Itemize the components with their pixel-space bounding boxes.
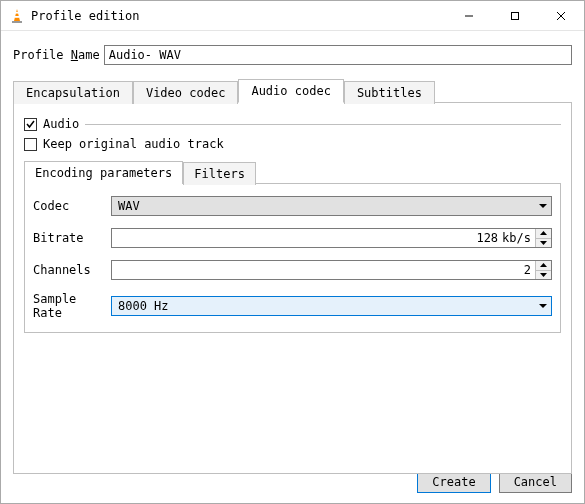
- chevron-down-icon: [534, 297, 551, 315]
- main-tabstrip: Encapsulation Video codec Audio codec Su…: [13, 79, 572, 103]
- samplerate-combo[interactable]: 8000 Hz: [111, 296, 552, 316]
- audio-checkbox[interactable]: [24, 118, 37, 131]
- svg-rect-5: [512, 12, 519, 19]
- inner-tabstrip: Encoding parameters Filters: [24, 161, 561, 184]
- svg-marker-9: [540, 231, 547, 235]
- channels-value: 2: [112, 261, 535, 279]
- svg-marker-8: [539, 204, 547, 208]
- keep-original-label: Keep original audio track: [43, 137, 224, 151]
- bitrate-row: Bitrate 128 kb/s: [33, 228, 552, 248]
- divider: [85, 124, 561, 125]
- bitrate-down-button[interactable]: [536, 239, 551, 248]
- dialog-buttons: Create Cancel: [417, 471, 572, 493]
- svg-marker-11: [540, 263, 547, 267]
- tab-audio-codec[interactable]: Audio codec: [238, 79, 343, 103]
- channels-spinner[interactable]: 2: [111, 260, 552, 280]
- audio-checkbox-label: Audio: [43, 117, 79, 131]
- chevron-down-icon: [540, 241, 547, 245]
- main-tabs: Encapsulation Video codec Audio codec Su…: [13, 79, 572, 474]
- content-area: Profile Name Encapsulation Video codec A…: [1, 31, 584, 503]
- codec-combo[interactable]: WAV: [111, 196, 552, 216]
- main-tabpanel: Audio Keep original audio track Encoding…: [13, 102, 572, 474]
- profile-name-input[interactable]: [104, 45, 572, 65]
- samplerate-label: Sample Rate: [33, 292, 111, 320]
- chevron-down-icon: [540, 273, 547, 277]
- svg-marker-13: [539, 304, 547, 308]
- codec-value: WAV: [118, 199, 534, 213]
- svg-marker-10: [540, 241, 547, 245]
- audio-checkbox-row: Audio: [24, 117, 561, 131]
- chevron-up-icon: [540, 263, 547, 267]
- channels-spin-buttons: [535, 261, 551, 279]
- titlebar: Profile edition: [1, 1, 584, 31]
- bitrate-value: 128: [112, 229, 502, 247]
- cancel-button[interactable]: Cancel: [499, 471, 572, 493]
- chevron-up-icon: [540, 231, 547, 235]
- bitrate-spin-buttons: [535, 229, 551, 247]
- inner-tabpanel: Codec WAV Bitrate 128 kb/s: [24, 183, 561, 333]
- svg-marker-12: [540, 273, 547, 277]
- channels-label: Channels: [33, 263, 111, 277]
- inner-tabs: Encoding parameters Filters Codec WAV: [24, 161, 561, 333]
- samplerate-value: 8000 Hz: [118, 299, 534, 313]
- minimize-button[interactable]: [446, 1, 492, 30]
- window-title: Profile edition: [31, 9, 139, 23]
- close-button[interactable]: [538, 1, 584, 30]
- profile-name-label: Profile Name: [13, 48, 100, 62]
- bitrate-up-button[interactable]: [536, 229, 551, 239]
- check-icon: [25, 119, 36, 130]
- svg-marker-0: [14, 9, 20, 21]
- channels-down-button[interactable]: [536, 271, 551, 280]
- codec-label: Codec: [33, 199, 111, 213]
- samplerate-row: Sample Rate 8000 Hz: [33, 292, 552, 320]
- keep-original-checkbox[interactable]: [24, 138, 37, 151]
- codec-row: Codec WAV: [33, 196, 552, 216]
- window-controls: [446, 1, 584, 30]
- create-button[interactable]: Create: [417, 471, 490, 493]
- tab-encapsulation[interactable]: Encapsulation: [13, 81, 133, 104]
- vlc-cone-icon: [9, 8, 25, 24]
- tab-subtitles[interactable]: Subtitles: [344, 81, 435, 104]
- svg-rect-1: [15, 12, 18, 14]
- tab-encoding-parameters[interactable]: Encoding parameters: [24, 161, 183, 184]
- maximize-button[interactable]: [492, 1, 538, 30]
- bitrate-label: Bitrate: [33, 231, 111, 245]
- channels-up-button[interactable]: [536, 261, 551, 271]
- keep-original-row: Keep original audio track: [24, 137, 561, 151]
- tab-filters[interactable]: Filters: [183, 162, 256, 185]
- bitrate-unit: kb/s: [502, 229, 535, 247]
- chevron-down-icon: [534, 197, 551, 215]
- profile-name-row: Profile Name: [13, 45, 572, 65]
- bitrate-spinner[interactable]: 128 kb/s: [111, 228, 552, 248]
- svg-rect-3: [12, 21, 22, 23]
- svg-rect-2: [15, 16, 20, 18]
- tab-video-codec[interactable]: Video codec: [133, 81, 238, 104]
- channels-row: Channels 2: [33, 260, 552, 280]
